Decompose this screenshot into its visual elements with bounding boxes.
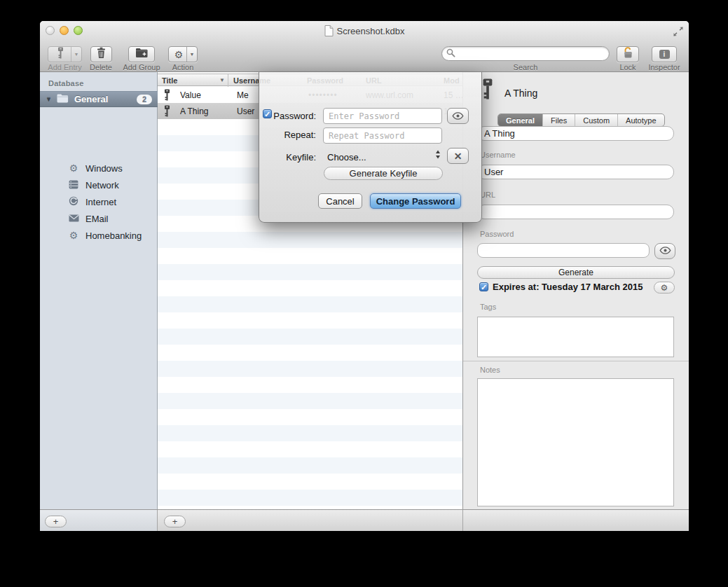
lock-button[interactable] — [617, 46, 639, 62]
add-group-footer-button[interactable]: + — [45, 516, 67, 527]
stepper-icon[interactable] — [435, 149, 441, 162]
reveal-password-button[interactable] — [654, 243, 675, 259]
delete-button[interactable] — [90, 46, 112, 62]
sheet-repeat-label: Repeat: — [270, 130, 316, 140]
document-icon — [324, 26, 337, 36]
cancel-label: Cancel — [326, 196, 354, 207]
sidebar-item-label: EMail — [85, 214, 109, 224]
url-label: URL — [480, 191, 495, 199]
reveal-password-button[interactable] — [447, 108, 469, 124]
gear-icon: ⚙ — [661, 283, 668, 293]
sidebar-item-network[interactable]: Network — [40, 177, 158, 193]
inspector-button[interactable]: i — [652, 46, 677, 62]
tab-files[interactable]: Files — [543, 114, 575, 126]
key-icon — [163, 89, 171, 103]
network-icon — [68, 180, 79, 191]
username-label: Username — [480, 151, 516, 159]
action-button[interactable]: ⚙ ▼ — [168, 46, 198, 62]
fullscreen-icon[interactable] — [673, 26, 684, 37]
search-label: Search — [504, 63, 547, 71]
inspector-label: Inspector — [645, 63, 684, 71]
tab-custom[interactable]: Custom — [575, 114, 618, 126]
generate-keyfile-button[interactable]: Generate Keyfile — [324, 167, 443, 180]
search-input[interactable] — [441, 46, 610, 61]
action-label: Action — [168, 63, 198, 71]
expires-settings-button[interactable]: ⚙ — [654, 282, 675, 294]
lock-icon — [622, 46, 634, 62]
title-field[interactable] — [477, 126, 674, 141]
envelope-icon — [68, 214, 79, 223]
chevron-down-icon[interactable]: ▼ — [71, 47, 81, 62]
clear-keyfile-button[interactable]: ✕ — [447, 148, 469, 164]
sidebar-section-header: Database — [48, 79, 84, 88]
gear-icon: ⚙ — [68, 163, 79, 173]
tab-autotype[interactable]: Autotype — [618, 114, 664, 126]
add-group-button[interactable] — [128, 46, 155, 62]
cell-title: A Thing — [180, 106, 226, 116]
window-chrome: Screenshot.kdbx ▼ Add Entry Delete Add G… — [40, 21, 689, 72]
sidebar-item-label: Homebanking — [85, 230, 142, 241]
sidebar-item-general[interactable]: ▼ General 2 — [40, 91, 158, 107]
sidebar-item-label: Internet — [85, 197, 116, 207]
disclosure-triangle-icon[interactable]: ▼ — [46, 96, 52, 103]
sidebar-item-email[interactable]: EMail — [40, 210, 158, 227]
password-label: Password — [480, 230, 514, 238]
gear-icon: ⚙ — [174, 49, 184, 60]
key-icon — [57, 47, 64, 62]
inspector-tabs: General Files Custom Autotype — [497, 113, 665, 127]
username-field[interactable] — [477, 165, 674, 179]
repeat-password-input[interactable] — [323, 127, 442, 144]
add-entry-label: Add Entry — [46, 63, 83, 71]
group-label: General — [74, 94, 108, 104]
footer-bar: + + — [40, 509, 689, 531]
generate-keyfile-label: Generate Keyfile — [350, 168, 418, 179]
notes-label: Notes — [480, 366, 500, 374]
tags-label: Tags — [480, 303, 496, 311]
app-window: Screenshot.kdbx ▼ Add Entry Delete Add G… — [40, 21, 689, 531]
tab-general[interactable]: General — [498, 114, 543, 126]
close-icon: ✕ — [454, 151, 462, 162]
sheet-keyfile-label: Keyfile: — [270, 152, 316, 163]
cancel-button[interactable]: Cancel — [318, 193, 362, 209]
add-group-label: Add Group — [121, 63, 163, 71]
lock-label: Lock — [610, 63, 646, 71]
add-entry-footer-button[interactable]: + — [164, 516, 186, 527]
sidebar-item-homebanking[interactable]: ⚙Homebanking — [40, 227, 158, 244]
password-field[interactable] — [477, 243, 650, 258]
info-icon: i — [659, 50, 670, 59]
folder-icon — [57, 94, 69, 105]
tags-input[interactable] — [477, 317, 674, 357]
folder-add-icon — [135, 48, 149, 61]
new-password-input[interactable] — [323, 108, 442, 124]
add-entry-button[interactable]: ▼ — [48, 46, 82, 62]
keyfile-popup[interactable]: Choose... — [327, 152, 366, 163]
plus-icon: + — [172, 516, 178, 527]
column-header-title[interactable]: Title — [162, 76, 177, 85]
inspector-panel: A Thing General Files Custom Autotype Us… — [462, 72, 689, 509]
change-password-button[interactable]: Change Password — [370, 193, 461, 209]
generate-password-button[interactable]: Generate — [477, 266, 675, 279]
sheet-password-label: Password: — [270, 111, 316, 121]
notes-input[interactable] — [477, 378, 674, 506]
cell-title: Value — [180, 90, 226, 100]
key-icon — [163, 105, 171, 119]
sidebar-item-label: Windows — [85, 163, 123, 174]
globe-icon — [68, 196, 79, 207]
expires-checkbox[interactable]: ✓ — [479, 282, 488, 291]
eye-icon — [659, 247, 671, 256]
expires-label: Expires at: Tuesday 17 March 2015 — [493, 282, 643, 292]
sort-arrow-icon[interactable]: ▼ — [219, 77, 225, 83]
search-icon — [446, 48, 455, 60]
sidebar-item-label: Network — [85, 180, 119, 191]
key-icon — [481, 77, 495, 103]
eye-icon — [452, 111, 464, 122]
section-divider — [463, 361, 689, 361]
inspector-entry-title: A Thing — [504, 88, 537, 99]
window-title: Screenshot.kdbx — [40, 25, 689, 36]
group-count-badge: 2 — [137, 95, 152, 104]
url-field[interactable] — [477, 205, 674, 219]
trash-icon — [96, 47, 107, 62]
chevron-down-icon[interactable]: ▼ — [186, 47, 197, 62]
sidebar-item-internet[interactable]: Internet — [40, 193, 158, 210]
sidebar-item-windows[interactable]: ⚙Windows — [40, 160, 158, 177]
